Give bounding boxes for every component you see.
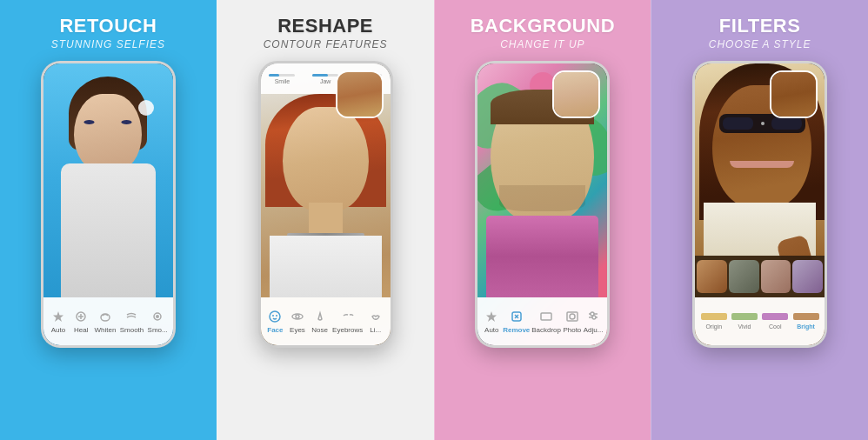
retouch-subtitle: STUNNING SELFIES: [51, 38, 165, 50]
svg-rect-16: [541, 313, 551, 320]
background-subtitle: CHANGE IT UP: [500, 38, 584, 50]
toolbar-smo[interactable]: Smo...: [148, 309, 168, 334]
toolbar-filter-4[interactable]: Bright: [793, 313, 819, 330]
background-thumbnail: [552, 70, 600, 118]
svg-point-22: [592, 316, 596, 319]
neck: [309, 203, 343, 237]
photo-icon: [563, 309, 582, 324]
filters-phone-inner: Origin Vivid Cool Bright: [695, 63, 825, 345]
thumb-face-2: [337, 72, 382, 117]
svg-point-8: [272, 315, 274, 317]
thumb-3[interactable]: [761, 260, 791, 293]
svg-marker-0: [53, 311, 63, 322]
filters-phone-mockup: Origin Vivid Cool Bright: [692, 61, 827, 348]
toolbar-filter-2[interactable]: Vivid: [731, 313, 758, 330]
retouch-phone-inner: Auto Heal Whiten Smooth Smo...: [43, 63, 173, 345]
man-shirt: [486, 216, 598, 297]
eyes-area: [84, 120, 132, 124]
adjust-icon: [584, 309, 603, 324]
body-shape: [61, 163, 156, 297]
svg-point-6: [156, 315, 159, 318]
toolbar-filter-3[interactable]: Cool: [762, 313, 788, 330]
svg-point-9: [276, 315, 277, 317]
filters-toolbar: Origin Vivid Cool Bright: [695, 297, 825, 345]
toolbar-face[interactable]: Face: [265, 309, 284, 334]
thumb-1[interactable]: [697, 260, 727, 293]
face-shape: [74, 94, 142, 172]
svg-marker-12: [486, 311, 497, 322]
nose-icon: [310, 309, 330, 324]
background-panel: BACKGROUND CHANGE IT UP: [434, 0, 651, 440]
eyes-icon: [288, 309, 307, 324]
toolbar-photo[interactable]: Photo: [563, 309, 582, 334]
whiten-icon: [96, 309, 115, 324]
toolbar-smooth[interactable]: Smooth: [120, 309, 144, 334]
slider-smile: Smile: [269, 74, 295, 84]
heal-icon: [71, 309, 90, 324]
filters-thumb-strip: [695, 256, 825, 297]
filters-thumbnail: [770, 70, 818, 118]
background-phone-mockup: Auto Remove Backdrop Photo Adju...: [475, 61, 610, 348]
filter-strip-3: [762, 313, 788, 320]
toolbar-remove[interactable]: Remove: [503, 309, 530, 334]
reshape-toolbar: Face Eyes Nose Eyebrows Li...: [261, 297, 391, 345]
svg-point-18: [570, 314, 575, 319]
reshape-phone-inner: Smile Jaw Width: [261, 63, 391, 345]
filters-title: FILTERS: [719, 16, 801, 37]
body-shirt: [270, 236, 382, 297]
toolbar-auto[interactable]: Auto: [49, 309, 68, 334]
toolbar-bg-auto[interactable]: Auto: [482, 309, 501, 334]
filters-subtitle: CHOOSE A STYLE: [709, 38, 811, 50]
retouch-title: RETOUCH: [59, 16, 157, 37]
toolbar-filter-1[interactable]: Origin: [701, 313, 727, 330]
toolbar-whiten[interactable]: Whiten: [95, 309, 117, 334]
background-toolbar: Auto Remove Backdrop Photo Adju...: [477, 297, 607, 345]
retouch-panel: RETOUCH STUNNING SELFIES Auto: [0, 0, 217, 440]
reshape-panel: RESHAPE CONTOUR FEATURES Smile Jaw Width: [217, 0, 434, 440]
slider-jaw: Jaw: [312, 74, 338, 84]
filters-panel: FILTERS CHOOSE A STYLE: [651, 0, 868, 440]
filter-strip-2: [731, 313, 758, 320]
reshape-title: RESHAPE: [277, 16, 373, 37]
smile: [730, 161, 794, 168]
bg-auto-icon: [482, 309, 501, 324]
lips-icon: [366, 309, 385, 324]
filter-strip-4: [793, 313, 819, 320]
toolbar-lips[interactable]: Li...: [366, 309, 385, 334]
filters-thumb-face: [771, 72, 816, 117]
face-icon: [265, 309, 284, 324]
retouch-toolbar: Auto Heal Whiten Smooth Smo...: [43, 297, 173, 345]
svg-point-7: [270, 311, 280, 322]
toolbar-heal[interactable]: Heal: [71, 309, 90, 334]
background-title: BACKGROUND: [471, 16, 615, 37]
toolbar-backdrop[interactable]: Backdrop: [531, 309, 561, 334]
toolbar-adjust[interactable]: Adju...: [584, 309, 604, 334]
smooth-icon: [122, 309, 141, 324]
filter-strip-1: [701, 313, 727, 320]
toolbar-eyes[interactable]: Eyes: [288, 309, 307, 334]
retouch-phone-mockup: Auto Heal Whiten Smooth Smo...: [41, 61, 176, 348]
eyebrows-icon: [338, 309, 357, 324]
smo-icon: [148, 309, 167, 324]
thumb-4[interactable]: [792, 260, 823, 293]
stubble: [499, 185, 585, 211]
toolbar-eyebrows[interactable]: Eyebrows: [332, 309, 363, 334]
remove-icon: [507, 309, 526, 324]
reshape-thumbnail: [336, 70, 384, 118]
bg-thumb-face: [554, 72, 598, 117]
thumb-2[interactable]: [729, 260, 759, 293]
svg-point-11: [296, 315, 299, 318]
backdrop-icon: [537, 309, 556, 324]
toolbar-nose[interactable]: Nose: [310, 309, 330, 334]
reshape-face: [283, 107, 369, 211]
reshape-phone-mockup: Smile Jaw Width: [258, 61, 393, 348]
flower-accent: [138, 100, 154, 116]
auto-icon: [49, 309, 68, 324]
background-phone-inner: Auto Remove Backdrop Photo Adju...: [477, 63, 607, 345]
reshape-subtitle: CONTOUR FEATURES: [264, 38, 388, 50]
